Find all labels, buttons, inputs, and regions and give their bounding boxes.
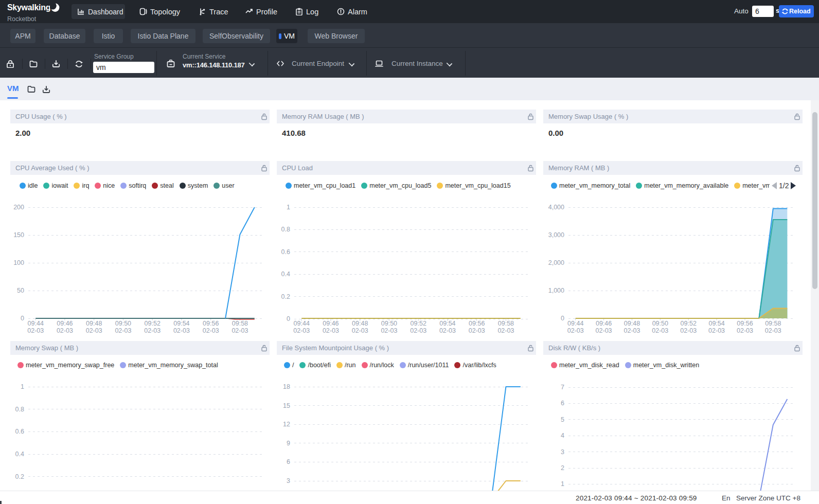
svg-text:02-03: 02-03 bbox=[497, 327, 514, 334]
svg-text:02-03: 02-03 bbox=[232, 327, 248, 334]
svg-text:09:54: 09:54 bbox=[439, 320, 455, 327]
svg-text:09:46: 09:46 bbox=[57, 320, 73, 327]
svg-text:09:56: 09:56 bbox=[737, 320, 753, 327]
svg-text:09:52: 09:52 bbox=[411, 320, 426, 327]
svg-text:09:54: 09:54 bbox=[173, 320, 189, 327]
svg-text:09:58: 09:58 bbox=[498, 320, 514, 327]
svg-text:150: 150 bbox=[13, 231, 24, 239]
svg-text:50: 50 bbox=[17, 287, 24, 294]
svg-text:3: 3 bbox=[561, 448, 564, 456]
svg-text:0.6: 0.6 bbox=[281, 248, 290, 256]
svg-text:02-03: 02-03 bbox=[293, 327, 310, 334]
svg-text:09:46: 09:46 bbox=[323, 320, 339, 327]
svg-text:02-03: 02-03 bbox=[596, 327, 612, 334]
svg-text:09:50: 09:50 bbox=[652, 320, 668, 327]
svg-text:1,000: 1,000 bbox=[548, 287, 564, 294]
svg-text:0.2: 0.2 bbox=[281, 293, 290, 300]
svg-text:18: 18 bbox=[283, 383, 290, 390]
svg-text:02-03: 02-03 bbox=[323, 327, 339, 334]
svg-text:02-03: 02-03 bbox=[381, 327, 397, 334]
svg-text:0.4: 0.4 bbox=[281, 271, 290, 278]
svg-text:09:48: 09:48 bbox=[624, 320, 640, 327]
svg-text:0: 0 bbox=[287, 315, 290, 322]
svg-text:09:56: 09:56 bbox=[469, 320, 485, 327]
svg-text:02-03: 02-03 bbox=[115, 327, 131, 334]
svg-text:02-03: 02-03 bbox=[680, 327, 697, 334]
svg-text:09:52: 09:52 bbox=[145, 320, 161, 327]
svg-text:02-03: 02-03 bbox=[708, 327, 725, 334]
svg-text:1: 1 bbox=[561, 480, 564, 488]
svg-text:3,000: 3,000 bbox=[548, 231, 564, 239]
svg-text:2,000: 2,000 bbox=[548, 259, 564, 266]
svg-text:4: 4 bbox=[561, 432, 564, 439]
svg-text:4,000: 4,000 bbox=[548, 204, 564, 211]
svg-text:0: 0 bbox=[561, 315, 564, 322]
svg-text:02-03: 02-03 bbox=[652, 327, 668, 334]
svg-text:09:50: 09:50 bbox=[381, 320, 397, 327]
svg-text:09:58: 09:58 bbox=[232, 320, 248, 327]
svg-text:100: 100 bbox=[13, 259, 24, 266]
svg-text:0.2: 0.2 bbox=[15, 473, 24, 480]
svg-text:7: 7 bbox=[561, 384, 564, 391]
svg-text:1: 1 bbox=[287, 204, 290, 211]
svg-text:02-03: 02-03 bbox=[439, 327, 456, 334]
svg-text:02-03: 02-03 bbox=[27, 327, 44, 334]
svg-text:02-03: 02-03 bbox=[144, 327, 161, 334]
svg-text:02-03: 02-03 bbox=[410, 327, 426, 334]
svg-text:0.8: 0.8 bbox=[281, 226, 290, 233]
svg-text:3: 3 bbox=[287, 477, 290, 484]
svg-text:200: 200 bbox=[13, 204, 24, 211]
svg-text:02-03: 02-03 bbox=[203, 327, 219, 334]
svg-text:09:44: 09:44 bbox=[567, 320, 583, 327]
svg-text:09:44: 09:44 bbox=[294, 320, 310, 327]
svg-text:0.8: 0.8 bbox=[15, 406, 24, 413]
svg-text:02-03: 02-03 bbox=[765, 327, 781, 334]
svg-text:02-03: 02-03 bbox=[624, 327, 640, 334]
svg-text:02-03: 02-03 bbox=[173, 327, 190, 334]
svg-text:0.6: 0.6 bbox=[15, 428, 24, 435]
svg-text:12: 12 bbox=[283, 421, 290, 428]
svg-text:09:54: 09:54 bbox=[708, 320, 724, 327]
svg-text:09:52: 09:52 bbox=[681, 320, 697, 327]
svg-text:6: 6 bbox=[561, 400, 564, 407]
svg-text:02-03: 02-03 bbox=[737, 327, 753, 334]
svg-text:09:48: 09:48 bbox=[352, 320, 368, 327]
svg-text:09:48: 09:48 bbox=[86, 320, 102, 327]
svg-text:0: 0 bbox=[21, 315, 24, 322]
svg-text:9: 9 bbox=[287, 440, 290, 447]
svg-text:09:46: 09:46 bbox=[596, 320, 612, 327]
svg-text:02-03: 02-03 bbox=[469, 327, 485, 334]
svg-text:09:44: 09:44 bbox=[28, 320, 44, 327]
svg-text:1: 1 bbox=[21, 383, 24, 390]
svg-text:5: 5 bbox=[561, 416, 564, 423]
svg-text:09:50: 09:50 bbox=[115, 320, 131, 327]
svg-text:6: 6 bbox=[287, 458, 290, 465]
svg-text:02-03: 02-03 bbox=[57, 327, 73, 334]
svg-text:2: 2 bbox=[561, 464, 564, 472]
svg-text:02-03: 02-03 bbox=[567, 327, 584, 334]
svg-text:09:58: 09:58 bbox=[765, 320, 781, 327]
svg-text:0.4: 0.4 bbox=[15, 451, 24, 458]
svg-text:02-03: 02-03 bbox=[86, 327, 102, 334]
svg-text:15: 15 bbox=[283, 402, 290, 409]
svg-text:02-03: 02-03 bbox=[352, 327, 368, 334]
svg-text:09:56: 09:56 bbox=[203, 320, 219, 327]
